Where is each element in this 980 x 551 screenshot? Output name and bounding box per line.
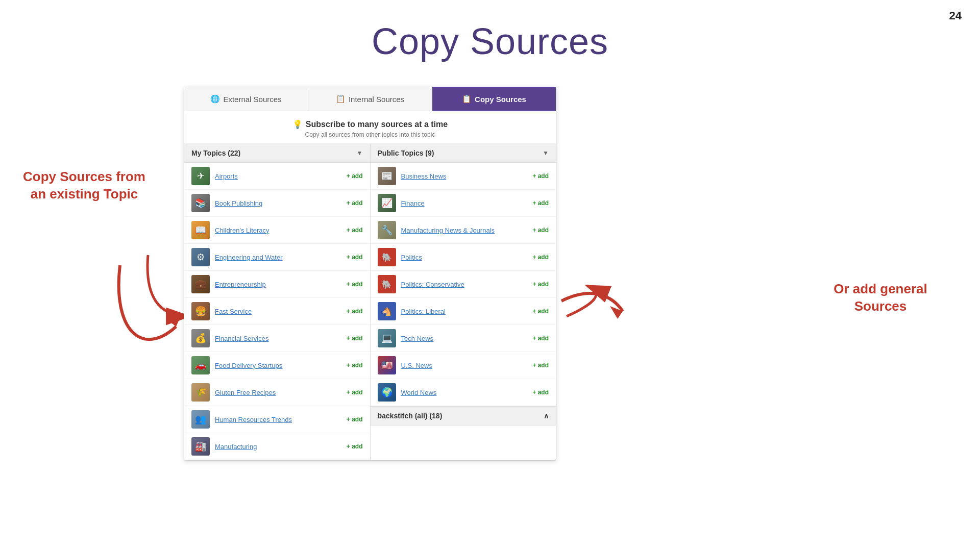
my-topics-label: My Topics (22) (191, 149, 240, 157)
mfg-news-thumb: 🔧 (378, 221, 396, 239)
list-item: 🔧 Manufacturing News & Journals + add (371, 217, 556, 244)
financial-name[interactable]: Financial Services (215, 335, 341, 342)
hr-name[interactable]: Human Resources Trends (215, 416, 341, 423)
finance-name[interactable]: Finance (401, 199, 528, 207)
mfg-news-add-btn[interactable]: + add (532, 227, 549, 234)
manufacturing-add-btn[interactable]: + add (347, 443, 363, 450)
svg-marker-1 (610, 306, 623, 319)
external-icon: 🌐 (210, 94, 220, 104)
mfg-news-name[interactable]: Manufacturing News & Journals (401, 227, 528, 234)
tab-bar: 🌐 External Sources 📋 Internal Sources 📋 … (184, 87, 556, 111)
list-item: ✈ Airports + add (184, 163, 370, 190)
copy-icon: 📋 (462, 94, 472, 104)
my-topics-header[interactable]: My Topics (22) ▼ (184, 144, 370, 163)
public-topics-header[interactable]: Public Topics (9) ▼ (371, 144, 556, 163)
list-item: 🐴 Politics: Liberal + add (371, 298, 556, 325)
business-name[interactable]: Business News (401, 172, 528, 180)
svg-marker-0 (166, 315, 181, 327)
fastservice-name[interactable]: Fast Service (215, 308, 341, 315)
financial-thumb: 💰 (191, 329, 210, 347)
food-name[interactable]: Food Delivery Startups (215, 362, 341, 369)
list-item: 🇺🇸 U.S. News + add (371, 352, 556, 379)
list-item: 💰 Financial Services + add (184, 325, 370, 352)
backstitch-chevron: ∧ (544, 412, 549, 420)
app-window: 🌐 External Sources 📋 Internal Sources 📋 … (184, 87, 556, 461)
subscribe-title: 💡 Subscribe to many sources at a time (189, 119, 551, 129)
politics-con-thumb: 🐘 (378, 275, 396, 293)
politics-con-add-btn[interactable]: + add (532, 281, 549, 288)
financial-add-btn[interactable]: + add (347, 335, 363, 342)
food-thumb: 🚗 (191, 356, 210, 374)
list-item: 📚 Book Publishing + add (184, 190, 370, 217)
airports-name[interactable]: Airports (215, 172, 341, 180)
hr-add-btn[interactable]: + add (347, 416, 363, 423)
children-add-btn[interactable]: + add (347, 227, 363, 234)
public-topics-chevron: ▼ (543, 149, 549, 157)
list-item: 🌾 Gluten Free Recipes + add (184, 379, 370, 406)
fastservice-thumb: 🍔 (191, 302, 210, 320)
engineering-name[interactable]: Engineering and Water (215, 254, 341, 261)
list-item: 🍔 Fast Service + add (184, 298, 370, 325)
book-add-btn[interactable]: + add (347, 199, 363, 207)
finance-thumb: 📈 (378, 194, 396, 212)
children-name[interactable]: Children's Literacy (215, 227, 341, 234)
entrepreneurship-name[interactable]: Entrepreneurship (215, 281, 341, 288)
tech-name[interactable]: Tech News (401, 335, 528, 342)
entrepreneurship-thumb: 💼 (191, 275, 210, 293)
my-topics-panel: My Topics (22) ▼ ✈ Airports + add 📚 Book… (184, 144, 371, 460)
topics-container: My Topics (22) ▼ ✈ Airports + add 📚 Book… (184, 144, 556, 460)
politics-add-btn[interactable]: + add (532, 254, 549, 261)
manufacturing-thumb: 🏭 (191, 437, 210, 456)
engineering-add-btn[interactable]: + add (347, 254, 363, 261)
list-item: 📈 Finance + add (371, 190, 556, 217)
tab-external-label: External Sources (223, 95, 281, 104)
finance-add-btn[interactable]: + add (532, 199, 549, 207)
list-item: 💻 Tech News + add (371, 325, 556, 352)
children-thumb: 📖 (191, 221, 210, 239)
list-item: 🚗 Food Delivery Startups + add (184, 352, 370, 379)
my-topics-chevron: ▼ (357, 149, 363, 157)
tab-copy[interactable]: 📋 Copy Sources (432, 87, 556, 111)
tab-internal-label: Internal Sources (349, 95, 404, 104)
public-topics-panel: Public Topics (9) ▼ 📰 Business News + ad… (371, 144, 556, 460)
politics-lib-add-btn[interactable]: + add (532, 308, 549, 315)
subscribe-header: 💡 Subscribe to many sources at a time Co… (184, 111, 556, 144)
politics-name[interactable]: Politics (401, 254, 528, 261)
left-annotation: Copy Sources froman existing Topic (15, 168, 153, 203)
politics-lib-thumb: 🐴 (378, 302, 396, 320)
gluten-add-btn[interactable]: + add (347, 389, 363, 396)
usnews-add-btn[interactable]: + add (532, 362, 549, 369)
tab-external[interactable]: 🌐 External Sources (184, 87, 308, 111)
business-thumb: 📰 (378, 167, 396, 185)
fastservice-add-btn[interactable]: + add (347, 308, 363, 315)
politics-con-name[interactable]: Politics: Conservative (401, 281, 528, 288)
right-annotation: Or add generalSources (812, 281, 949, 315)
hr-thumb: 👥 (191, 410, 210, 429)
manufacturing-name[interactable]: Manufacturing (215, 443, 341, 450)
world-add-btn[interactable]: + add (532, 389, 549, 396)
airports-thumb: ✈ (191, 167, 210, 185)
usnews-name[interactable]: U.S. News (401, 362, 528, 369)
backstitch-header[interactable]: backstitch (all) (18) ∧ (371, 406, 556, 425)
list-item: 📖 Children's Literacy + add (184, 217, 370, 244)
internal-icon: 📋 (336, 94, 346, 104)
world-thumb: 🌍 (378, 383, 396, 402)
gluten-thumb: 🌾 (191, 383, 210, 402)
list-item: 👥 Human Resources Trends + add (184, 406, 370, 433)
tech-add-btn[interactable]: + add (532, 335, 549, 342)
subscribe-description: Copy all sources from other topics into … (189, 131, 551, 138)
bulb-icon: 💡 (292, 119, 303, 129)
business-add-btn[interactable]: + add (532, 172, 549, 180)
world-name[interactable]: World News (401, 389, 528, 396)
tab-internal[interactable]: 📋 Internal Sources (308, 87, 432, 111)
entrepreneurship-add-btn[interactable]: + add (347, 281, 363, 288)
food-add-btn[interactable]: + add (347, 362, 363, 369)
politics-lib-name[interactable]: Politics: Liberal (401, 308, 528, 315)
list-item: 🐘 Politics + add (371, 244, 556, 271)
gluten-name[interactable]: Gluten Free Recipes (215, 389, 341, 396)
politics-thumb: 🐘 (378, 248, 396, 266)
tab-copy-label: Copy Sources (475, 95, 526, 104)
book-name[interactable]: Book Publishing (215, 199, 341, 207)
list-item: 🐘 Politics: Conservative + add (371, 271, 556, 298)
airports-add-btn[interactable]: + add (347, 172, 363, 180)
